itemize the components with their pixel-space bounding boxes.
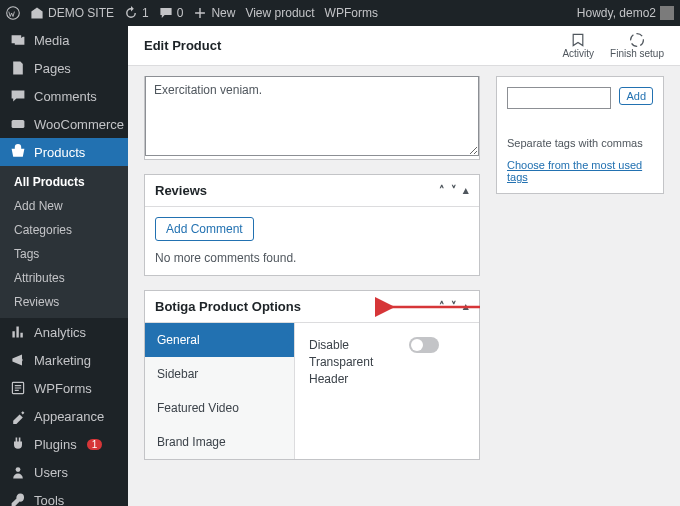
account-link[interactable]: Howdy, demo2 [577,6,674,20]
activity-button[interactable]: Activity [562,32,594,59]
description-panel [144,76,480,160]
bop-tab-sidebar[interactable]: Sidebar [145,357,294,391]
submenu-attributes[interactable]: Attributes [0,266,128,290]
submenu-reviews[interactable]: Reviews [0,290,128,314]
annotation-arrow [385,297,485,320]
plugins-badge: 1 [87,439,103,450]
sidebar-item-marketing[interactable]: Marketing [0,346,128,374]
sidebar-item-pages[interactable]: Pages [0,54,128,82]
sidebar-item-users[interactable]: Users [0,458,128,486]
svg-point-3 [16,467,21,472]
comments-link[interactable]: 0 [159,6,184,20]
reviews-empty-text: No more comments found. [155,251,469,265]
botiga-options-panel: Botiga Product Options ˄ ˅ ▴ General Sid… [144,290,480,460]
sidebar-item-analytics[interactable]: Analytics [0,318,128,346]
bop-tab-brand-image[interactable]: Brand Image [145,425,294,459]
updates-link[interactable]: 1 [124,6,149,20]
disable-transparent-header-label: Disable Transparent Header [309,337,389,387]
sidebar-item-wpforms[interactable]: WPForms [0,374,128,402]
panel-move-up-icon[interactable]: ˄ [439,184,445,197]
wpforms-link[interactable]: WPForms [325,6,378,20]
tags-note: Separate tags with commas [507,137,653,149]
finish-setup-button[interactable]: Finish setup [610,32,664,59]
page-title: Edit Product [144,38,546,53]
avatar [660,6,674,20]
description-textarea[interactable] [145,76,479,156]
bop-tab-featured-video[interactable]: Featured Video [145,391,294,425]
svg-rect-1 [12,120,25,128]
tags-most-used-link[interactable]: Choose from the most used tags [507,159,653,183]
sidebar-item-media[interactable]: Media [0,26,128,54]
add-tag-button[interactable]: Add [619,87,653,105]
submenu-categories[interactable]: Categories [0,218,128,242]
site-name: DEMO SITE [48,6,114,20]
add-comment-button[interactable]: Add Comment [155,217,254,241]
products-submenu: All Products Add New Categories Tags Att… [0,166,128,318]
wp-logo[interactable] [6,6,20,20]
disable-transparent-header-toggle[interactable] [409,337,439,353]
submenu-all-products[interactable]: All Products [0,170,128,194]
submenu-tags[interactable]: Tags [0,242,128,266]
submenu-add-new[interactable]: Add New [0,194,128,218]
reviews-panel: Reviews ˄ ˅ ▴ Add Comment No more commen… [144,174,480,276]
updates-count: 1 [142,6,149,20]
sidebar-item-woocommerce[interactable]: WooCommerce [0,110,128,138]
bop-tab-general[interactable]: General [145,323,294,357]
comments-count: 0 [177,6,184,20]
site-link[interactable]: DEMO SITE [30,6,114,20]
sidebar-item-comments[interactable]: Comments [0,82,128,110]
tags-panel: Add Separate tags with commas Choose fro… [496,76,664,194]
panel-move-down-icon[interactable]: ˅ [451,184,457,197]
sidebar-item-tools[interactable]: Tools [0,486,128,506]
new-link[interactable]: New [193,6,235,20]
sidebar-item-plugins[interactable]: Plugins1 [0,430,128,458]
panel-toggle-icon[interactable]: ▴ [463,184,469,197]
view-product-link[interactable]: View product [245,6,314,20]
sidebar-item-appearance[interactable]: Appearance [0,402,128,430]
reviews-panel-header[interactable]: Reviews ˄ ˅ ▴ [145,175,479,207]
tags-input[interactable] [507,87,611,109]
sidebar-item-products[interactable]: Products [0,138,128,166]
svg-point-5 [631,34,644,47]
